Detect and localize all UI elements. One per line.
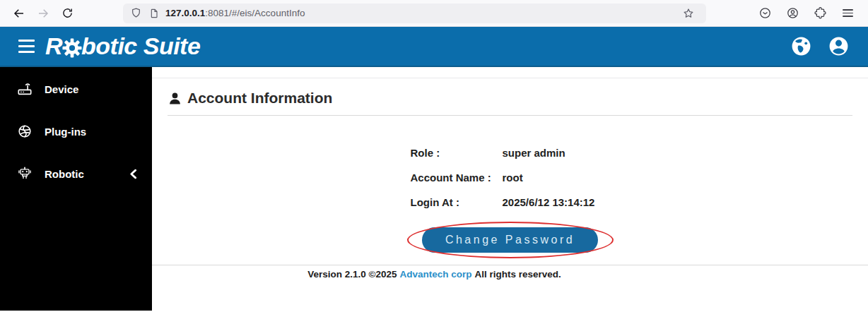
- sidebar-item-label: Device: [45, 83, 78, 95]
- field-label-role: Role :: [411, 147, 503, 159]
- app-header: R botic Suite: [0, 27, 868, 67]
- footer-version: Version 2.1.0 ©2025: [307, 269, 397, 280]
- url-bar[interactable]: 127.0.0.1:8081/#/eis/AccountInfo: [123, 4, 706, 23]
- content-top-divider: [152, 78, 868, 78]
- title-divider: [168, 115, 852, 116]
- user-icon: [828, 35, 850, 57]
- bookmark-button[interactable]: [679, 4, 698, 23]
- extensions-puzzle-icon: [814, 6, 827, 20]
- field-value-role: super admin: [503, 147, 610, 159]
- advantech-link[interactable]: Advantech corp: [399, 269, 471, 280]
- sidebar-item-label: Plug-ins: [45, 126, 86, 138]
- person-icon: [168, 91, 182, 106]
- chevron-left-icon: [129, 169, 138, 179]
- reload-button[interactable]: [57, 4, 78, 23]
- sidebar-item-plugins[interactable]: Plug-ins: [0, 121, 152, 141]
- field-label-account: Account Name :: [411, 172, 503, 184]
- hamburger-menu-icon: [18, 40, 35, 42]
- plugins-sphere-icon: [17, 124, 33, 139]
- change-password-button[interactable]: Change Password: [422, 227, 598, 253]
- url-text: 127.0.0.1:8081/#/eis/AccountInfo: [165, 8, 679, 18]
- sidebar-item-robotic[interactable]: Robotic: [0, 164, 152, 184]
- browser-menu-button[interactable]: [837, 4, 858, 23]
- language-button[interactable]: [790, 35, 812, 58]
- main-content: Account Information Role : super admin A…: [152, 67, 868, 311]
- sidebar-item-label: Robotic: [45, 168, 84, 180]
- sidebar-toggle-button[interactable]: [18, 40, 35, 53]
- back-button[interactable]: [8, 4, 30, 23]
- shield-icon: [130, 7, 142, 19]
- forward-arrow-icon: [37, 7, 49, 20]
- account-icon: [786, 6, 799, 20]
- extensions-button[interactable]: [809, 4, 831, 23]
- pocket-button[interactable]: [754, 4, 775, 23]
- page-footer: Version 2.1.0 ©2025Advantech corpAll rig…: [152, 265, 868, 280]
- globe-icon: [790, 35, 812, 57]
- logo-suffix: botic Suite: [81, 32, 200, 60]
- footer-rights: All rights reserved.: [475, 269, 561, 280]
- forward-button[interactable]: [33, 4, 54, 23]
- url-host: 127.0.0.1: [165, 8, 205, 18]
- app-menu-icon: [843, 9, 853, 17]
- account-fields: Role : super admin Account Name : root L…: [411, 147, 610, 208]
- bookmark-star-icon: [682, 7, 695, 20]
- app-logo[interactable]: R botic Suite: [45, 32, 200, 60]
- url-path: :8081/#/eis/AccountInfo: [205, 8, 305, 18]
- user-menu-button[interactable]: [827, 35, 850, 58]
- field-label-login: Login At :: [411, 196, 503, 208]
- back-arrow-icon: [13, 7, 25, 20]
- field-value-account: root: [503, 172, 610, 184]
- page-title: Account Information: [187, 90, 332, 107]
- sidebar-item-device[interactable]: Device: [0, 79, 152, 99]
- pocket-icon: [758, 6, 772, 20]
- robot-icon: [17, 166, 33, 181]
- logo-prefix: R: [45, 32, 62, 60]
- device-router-icon: [17, 81, 33, 97]
- gear-icon: [62, 38, 82, 58]
- field-value-login: 2025/6/12 13:14:12: [503, 196, 610, 208]
- reload-icon: [61, 7, 74, 19]
- browser-chrome: 127.0.0.1:8081/#/eis/AccountInfo: [0, 0, 868, 27]
- firefox-account-button[interactable]: [782, 4, 803, 23]
- page-icon: [148, 8, 160, 19]
- page-title-row: Account Information: [168, 90, 852, 107]
